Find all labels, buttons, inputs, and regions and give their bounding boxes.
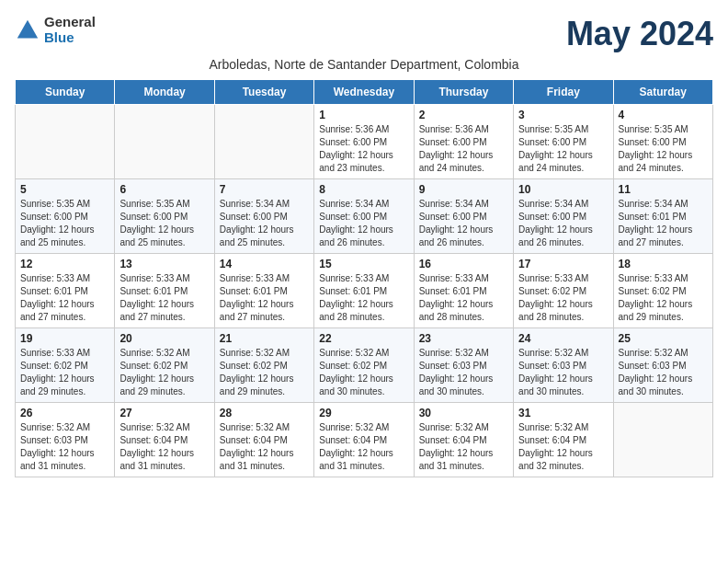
day-number: 7	[220, 183, 309, 196]
weekday-header-sunday: Sunday	[16, 80, 115, 105]
day-number: 26	[20, 407, 109, 419]
day-info: Sunrise: 5:32 AM Sunset: 6:02 PM Dayligh…	[220, 347, 309, 398]
day-number: 24	[518, 332, 608, 345]
day-number: 5	[20, 183, 109, 196]
day-number: 27	[119, 407, 209, 419]
day-info: Sunrise: 5:32 AM Sunset: 6:04 PM Dayligh…	[419, 421, 508, 473]
logo-general-text: General	[44, 15, 96, 30]
calendar-week-3: 12Sunrise: 5:33 AM Sunset: 6:01 PM Dayli…	[16, 254, 713, 328]
day-info: Sunrise: 5:35 AM Sunset: 6:00 PM Dayligh…	[119, 198, 209, 249]
day-info: Sunrise: 5:33 AM Sunset: 6:01 PM Dayligh…	[419, 272, 508, 324]
day-info: Sunrise: 5:35 AM Sunset: 6:00 PM Dayligh…	[20, 198, 109, 249]
day-number: 3	[518, 109, 608, 121]
day-number: 21	[220, 332, 309, 345]
day-number: 28	[220, 407, 309, 419]
day-info: Sunrise: 5:33 AM Sunset: 6:02 PM Dayligh…	[518, 272, 608, 324]
day-number: 6	[119, 183, 209, 196]
calendar-cell: 2Sunrise: 5:36 AM Sunset: 6:00 PM Daylig…	[414, 105, 513, 179]
calendar-cell: 9Sunrise: 5:34 AM Sunset: 6:00 PM Daylig…	[414, 179, 513, 254]
day-info: Sunrise: 5:32 AM Sunset: 6:04 PM Dayligh…	[119, 421, 209, 473]
day-number: 30	[419, 407, 508, 419]
logo: General Blue	[15, 15, 96, 45]
calendar-cell	[214, 105, 313, 179]
calendar-cell: 10Sunrise: 5:34 AM Sunset: 6:00 PM Dayli…	[514, 179, 613, 254]
day-info: Sunrise: 5:32 AM Sunset: 6:04 PM Dayligh…	[319, 421, 408, 473]
calendar-week-2: 5Sunrise: 5:35 AM Sunset: 6:00 PM Daylig…	[16, 179, 713, 254]
calendar-cell: 5Sunrise: 5:35 AM Sunset: 6:00 PM Daylig…	[16, 179, 115, 254]
calendar-cell: 15Sunrise: 5:33 AM Sunset: 6:01 PM Dayli…	[314, 254, 414, 328]
calendar-cell: 26Sunrise: 5:32 AM Sunset: 6:03 PM Dayli…	[16, 403, 115, 477]
day-number: 13	[119, 258, 209, 270]
day-info: Sunrise: 5:32 AM Sunset: 6:02 PM Dayligh…	[319, 347, 408, 398]
calendar-week-5: 26Sunrise: 5:32 AM Sunset: 6:03 PM Dayli…	[16, 403, 713, 477]
day-info: Sunrise: 5:36 AM Sunset: 6:00 PM Dayligh…	[419, 123, 508, 175]
day-info: Sunrise: 5:32 AM Sunset: 6:03 PM Dayligh…	[20, 421, 109, 473]
day-number: 10	[518, 183, 608, 196]
weekday-row: SundayMondayTuesdayWednesdayThursdayFrid…	[16, 80, 713, 105]
calendar-body: 1Sunrise: 5:36 AM Sunset: 6:00 PM Daylig…	[16, 105, 713, 477]
month-title: May 2024	[566, 15, 713, 53]
calendar-cell: 8Sunrise: 5:34 AM Sunset: 6:00 PM Daylig…	[314, 179, 414, 254]
day-info: Sunrise: 5:33 AM Sunset: 6:02 PM Dayligh…	[619, 272, 708, 324]
calendar-cell: 20Sunrise: 5:32 AM Sunset: 6:02 PM Dayli…	[115, 328, 214, 403]
weekday-header-friday: Friday	[514, 80, 613, 105]
day-info: Sunrise: 5:33 AM Sunset: 6:02 PM Dayligh…	[20, 347, 109, 398]
calendar-cell	[115, 105, 214, 179]
day-info: Sunrise: 5:34 AM Sunset: 6:00 PM Dayligh…	[419, 198, 508, 249]
day-number: 23	[419, 332, 508, 345]
calendar-cell: 27Sunrise: 5:32 AM Sunset: 6:04 PM Dayli…	[115, 403, 214, 477]
day-number: 18	[619, 258, 708, 270]
day-number: 11	[619, 183, 708, 196]
day-info: Sunrise: 5:32 AM Sunset: 6:03 PM Dayligh…	[619, 347, 708, 398]
calendar-cell: 13Sunrise: 5:33 AM Sunset: 6:01 PM Dayli…	[115, 254, 214, 328]
day-info: Sunrise: 5:34 AM Sunset: 6:01 PM Dayligh…	[619, 198, 708, 249]
calendar-cell: 28Sunrise: 5:32 AM Sunset: 6:04 PM Dayli…	[214, 403, 313, 477]
calendar-cell: 17Sunrise: 5:33 AM Sunset: 6:02 PM Dayli…	[514, 254, 613, 328]
page-header: General Blue May 2024	[15, 15, 713, 53]
calendar-cell: 4Sunrise: 5:35 AM Sunset: 6:00 PM Daylig…	[613, 105, 712, 179]
day-info: Sunrise: 5:32 AM Sunset: 6:03 PM Dayligh…	[419, 347, 508, 398]
day-info: Sunrise: 5:34 AM Sunset: 6:00 PM Dayligh…	[319, 198, 408, 249]
calendar-week-4: 19Sunrise: 5:33 AM Sunset: 6:02 PM Dayli…	[16, 328, 713, 403]
day-info: Sunrise: 5:33 AM Sunset: 6:01 PM Dayligh…	[220, 272, 309, 324]
day-info: Sunrise: 5:32 AM Sunset: 6:04 PM Dayligh…	[518, 421, 608, 473]
day-number: 9	[419, 183, 508, 196]
calendar-cell: 22Sunrise: 5:32 AM Sunset: 6:02 PM Dayli…	[314, 328, 414, 403]
calendar-cell: 30Sunrise: 5:32 AM Sunset: 6:04 PM Dayli…	[414, 403, 513, 477]
calendar-cell	[613, 403, 712, 477]
calendar-header: SundayMondayTuesdayWednesdayThursdayFrid…	[16, 80, 713, 105]
day-info: Sunrise: 5:32 AM Sunset: 6:03 PM Dayligh…	[518, 347, 608, 398]
calendar-cell: 29Sunrise: 5:32 AM Sunset: 6:04 PM Dayli…	[314, 403, 414, 477]
weekday-header-saturday: Saturday	[613, 80, 712, 105]
day-number: 12	[20, 258, 109, 270]
calendar-week-1: 1Sunrise: 5:36 AM Sunset: 6:00 PM Daylig…	[16, 105, 713, 179]
logo-icon	[15, 17, 40, 43]
calendar-cell: 12Sunrise: 5:33 AM Sunset: 6:01 PM Dayli…	[16, 254, 115, 328]
logo-text: General Blue	[44, 15, 96, 45]
day-info: Sunrise: 5:33 AM Sunset: 6:01 PM Dayligh…	[20, 272, 109, 324]
calendar-cell: 25Sunrise: 5:32 AM Sunset: 6:03 PM Dayli…	[613, 328, 712, 403]
svg-marker-0	[17, 19, 38, 38]
calendar-cell: 11Sunrise: 5:34 AM Sunset: 6:01 PM Dayli…	[613, 179, 712, 254]
day-number: 8	[319, 183, 408, 196]
day-number: 25	[619, 332, 708, 345]
day-number: 2	[419, 109, 508, 121]
calendar-cell: 21Sunrise: 5:32 AM Sunset: 6:02 PM Dayli…	[214, 328, 313, 403]
calendar-table: SundayMondayTuesdayWednesdayThursdayFrid…	[15, 79, 713, 477]
day-info: Sunrise: 5:33 AM Sunset: 6:01 PM Dayligh…	[319, 272, 408, 324]
weekday-header-monday: Monday	[115, 80, 214, 105]
calendar-cell: 16Sunrise: 5:33 AM Sunset: 6:01 PM Dayli…	[414, 254, 513, 328]
day-number: 16	[419, 258, 508, 270]
day-number: 20	[119, 332, 209, 345]
calendar-cell: 14Sunrise: 5:33 AM Sunset: 6:01 PM Dayli…	[214, 254, 313, 328]
day-number: 17	[518, 258, 608, 270]
day-info: Sunrise: 5:36 AM Sunset: 6:00 PM Dayligh…	[319, 123, 408, 175]
calendar-cell: 3Sunrise: 5:35 AM Sunset: 6:00 PM Daylig…	[514, 105, 613, 179]
day-info: Sunrise: 5:34 AM Sunset: 6:00 PM Dayligh…	[220, 198, 309, 249]
calendar-cell: 6Sunrise: 5:35 AM Sunset: 6:00 PM Daylig…	[115, 179, 214, 254]
day-info: Sunrise: 5:32 AM Sunset: 6:02 PM Dayligh…	[119, 347, 209, 398]
calendar-cell: 24Sunrise: 5:32 AM Sunset: 6:03 PM Dayli…	[514, 328, 613, 403]
day-number: 31	[518, 407, 608, 419]
day-number: 15	[319, 258, 408, 270]
day-number: 14	[220, 258, 309, 270]
